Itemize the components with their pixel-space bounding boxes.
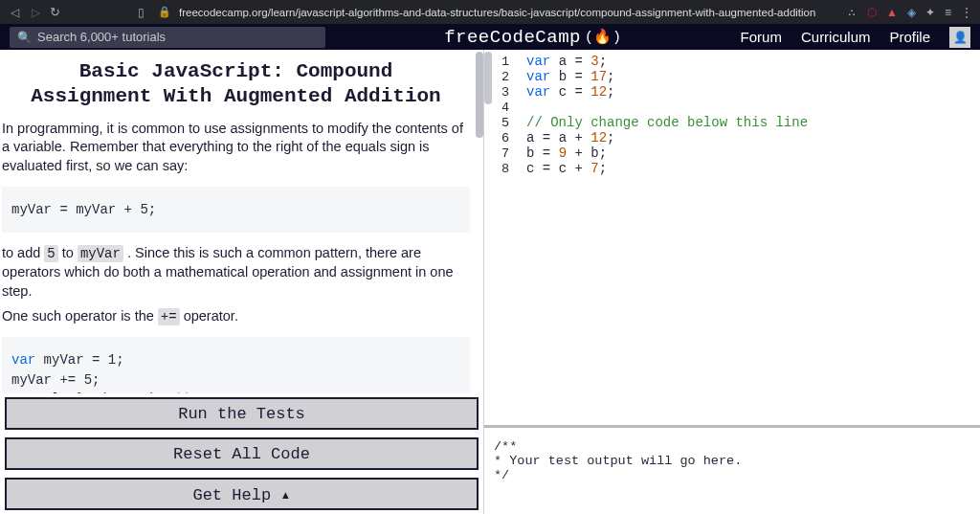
browser-toolbar: ◁ ▷ ↻ ▯ 🔒 freecodecamp.org/learn/javascr… [0,0,980,24]
lock-icon: 🔒 [158,6,171,18]
avatar[interactable]: 👤 [949,27,970,48]
inline-code: += [158,308,180,325]
editor-line[interactable]: 5// Only change code below this line [484,115,980,130]
scrollbar-thumb[interactable] [476,52,483,138]
test-output-console: /** * Your test output will go here. */ [484,428,980,514]
nav-curriculum[interactable]: Curriculum [801,29,871,45]
translate-icon[interactable]: ⛬ [846,6,858,19]
header-nav: Forum Curriculum Profile 👤 [741,27,980,48]
instructions-pane: Basic JavaScript: Compound Assignment Wi… [0,50,483,514]
nav-forum[interactable]: Forum [741,29,782,45]
editor-line[interactable]: 2var b = 17; [484,69,980,84]
inline-code: myVar [78,245,123,262]
inline-code: 5 [44,245,57,262]
code-editor[interactable]: 1var a = 3;2var b = 17;3var c = 12;45// … [484,50,980,428]
line-code[interactable]: var b = 17; [526,69,614,84]
overflow-icon[interactable]: ⋮ [961,6,972,19]
get-help-button[interactable]: Get Help ▴ [5,478,479,510]
line-code[interactable]: var a = 3; [526,54,607,69]
search-input[interactable]: 🔍 Search 6,000+ tutorials [10,27,325,48]
code-example: myVar = myVar + 5; [2,187,470,233]
editor-line[interactable]: 8c = c + 7; [484,161,980,176]
editor-line[interactable]: 1var a = 3; [484,54,980,69]
editor-line[interactable]: 6a = a + 12; [484,130,980,145]
line-code[interactable]: c = c + 7; [526,161,607,176]
browser-right-icons: ⛬ ⬡ ▲ ◈ ✦ ≡ ⋮ [846,6,972,19]
address-bar[interactable]: freecodecamp.org/learn/javascript-algori… [179,7,815,18]
line-code[interactable]: a = a + 12; [526,130,614,145]
search-icon: 🔍 [17,31,32,44]
nav-profile[interactable]: Profile [889,29,930,45]
line-number: 6 [484,131,526,145]
lesson-paragraph: One such operator is the += operator. [2,307,470,326]
site-header: 🔍 Search 6,000+ tutorials freeCodeCamp(🔥… [0,24,980,50]
search-placeholder: Search 6,000+ tutorials [37,30,166,44]
line-code[interactable]: var c = 12; [526,84,614,100]
gem-icon[interactable]: ◈ [907,6,916,19]
editor-line[interactable]: 7b = 9 + b; [484,145,980,161]
forward-icon[interactable]: ▷ [29,6,42,19]
flame-icon: (🔥) [585,28,622,46]
editor-scroll-indicator[interactable] [484,52,492,104]
reload-icon[interactable]: ↻ [50,5,63,19]
menu-icon[interactable]: ≡ [945,6,951,19]
line-number: 5 [484,116,526,130]
reset-code-button[interactable]: Reset All Code [5,437,479,470]
line-code[interactable]: b = 9 + b; [526,145,607,161]
lesson-paragraph: to add 5 to myVar . Since this is such a… [2,244,470,301]
bookmark-icon[interactable]: ▯ [138,6,145,19]
back-icon[interactable]: ◁ [8,6,21,19]
extensions-icon[interactable]: ✦ [925,6,935,19]
shield-icon[interactable]: ⬡ [867,6,877,19]
site-logo[interactable]: freeCodeCamp(🔥) [325,27,741,48]
lesson-title: Basic JavaScript: Compound Assignment Wi… [31,59,441,110]
lesson-paragraph: In programming, it is common to use assi… [2,120,470,176]
line-number: 8 [484,162,526,176]
editor-line[interactable]: 3var c = 12; [484,84,980,100]
run-tests-button[interactable]: Run the Tests [5,397,479,430]
line-number: 7 [484,146,526,161]
line-code[interactable]: // Only change code below this line [526,115,808,130]
editor-pane: 1var a = 3;2var b = 17;3var c = 12;45// … [483,50,980,514]
warning-icon[interactable]: ▲ [886,6,898,19]
editor-line[interactable]: 4 [484,100,980,115]
code-example: var myVar = 1; myVar += 5; console.log(m… [2,337,470,393]
